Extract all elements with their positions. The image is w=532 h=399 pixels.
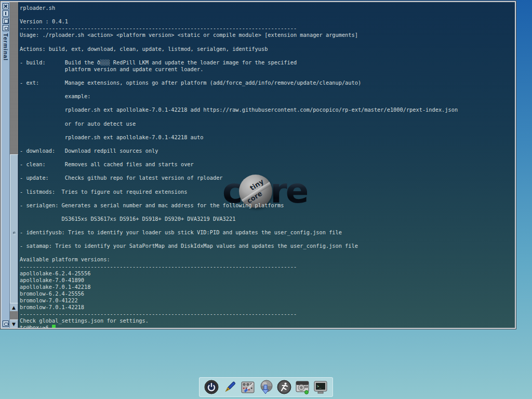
scrollbar-dimple	[13, 232, 16, 234]
mount-tool-icon[interactable]	[295, 379, 310, 395]
close-button[interactable]	[3, 3, 9, 9]
scrollbar[interactable]: ▲ ▼	[10, 2, 19, 328]
resize-icon	[4, 323, 8, 326]
svg-text:>_: >_	[317, 384, 322, 389]
shell-prompt: tc@box:~$	[20, 324, 49, 328]
prompt-line: tc@box:~$	[19, 324, 515, 328]
scroll-down-button[interactable]: ▼	[10, 320, 18, 328]
power-icon[interactable]	[204, 379, 219, 395]
terminal-window: Terminal ▲ ▼ c tiny core re rploader.sh …	[1, 1, 516, 329]
scrollbar-thumb[interactable]	[10, 154, 18, 308]
desktop: Terminal ▲ ▼ c tiny core re rploader.sh …	[0, 0, 532, 399]
scroll-up-button[interactable]: ▲	[10, 303, 18, 311]
terminal-icon[interactable]: >_	[313, 379, 328, 395]
iconify-icon	[5, 27, 8, 30]
pen-editor-icon[interactable]	[222, 379, 237, 395]
maximize-button[interactable]	[3, 18, 9, 24]
run-icon[interactable]	[276, 379, 292, 395]
terminal-screen[interactable]: c tiny core re rploader.sh Version : 0.4…	[19, 2, 515, 328]
dock: >_	[199, 377, 333, 397]
window-title: Terminal	[3, 33, 9, 321]
window-titlebar[interactable]: Terminal	[2, 2, 10, 328]
shade-icon	[5, 12, 6, 15]
terminal-cursor	[52, 325, 56, 328]
iconify-button[interactable]	[3, 25, 9, 31]
resize-button[interactable]	[3, 321, 9, 327]
maximize-icon	[4, 19, 8, 23]
terminal-output: rploader.sh Version : 0.4.1 ------------…	[19, 2, 515, 324]
app-browser-icon[interactable]	[258, 379, 274, 395]
shade-button[interactable]	[3, 10, 9, 17]
control-panel-icon[interactable]	[240, 379, 256, 395]
